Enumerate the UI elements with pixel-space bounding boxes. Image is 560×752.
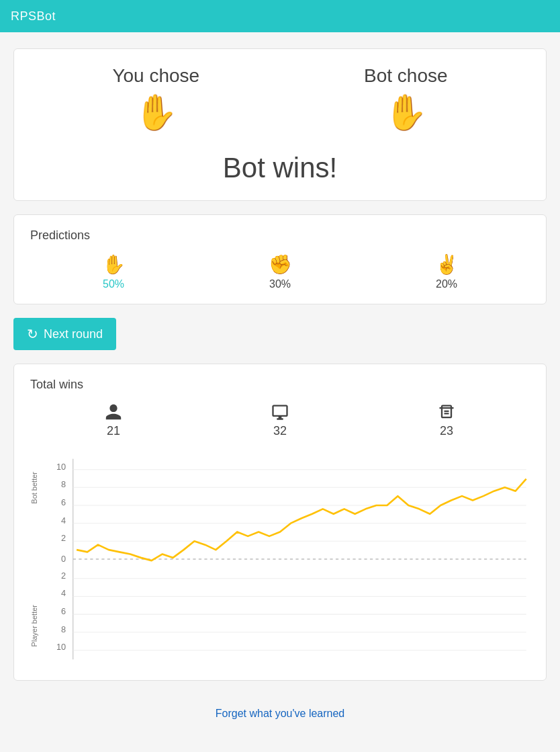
svg-text:0: 0 bbox=[61, 554, 66, 564]
win-item-player: 21 bbox=[104, 403, 123, 438]
pred-emoji-0: ✋ bbox=[102, 253, 126, 276]
bot-chose-emoji: ✋ bbox=[384, 92, 428, 133]
chart-svg: 2 4 6 8 10 0 2 4 6 8 10 bbox=[30, 452, 530, 667]
bot-chose-label: Bot chose bbox=[364, 65, 448, 87]
win-count-tie: 23 bbox=[440, 424, 453, 438]
predictions-card: Predictions ✋ 50% ✊ 30% ✌️ 20% bbox=[13, 214, 547, 304]
next-round-button[interactable]: ↻ Next round bbox=[13, 318, 116, 350]
you-chose-emoji: ✋ bbox=[134, 92, 178, 133]
bot-chose-block: Bot chose ✋ bbox=[364, 65, 448, 133]
svg-text:2: 2 bbox=[61, 571, 66, 581]
wins-row: 21 32 23 bbox=[30, 403, 530, 438]
result-card: You chose ✋ Bot chose ✋ Bot wins! bbox=[13, 48, 547, 201]
result-text: Bot wins! bbox=[223, 152, 337, 184]
pred-pct-2: 20% bbox=[436, 278, 457, 290]
app-title: RPSBot bbox=[11, 9, 56, 24]
pred-emoji-2: ✌️ bbox=[435, 253, 459, 276]
chart-line bbox=[77, 479, 526, 561]
total-wins-card: Total wins 21 32 bbox=[13, 364, 547, 681]
svg-text:10: 10 bbox=[56, 462, 66, 472]
main-content: You chose ✋ Bot chose ✋ Bot wins! Predic… bbox=[0, 32, 560, 749]
chart-container: Bot better Player better 2 4 6 8 10 0 2 … bbox=[30, 452, 530, 667]
win-count-player: 21 bbox=[107, 424, 120, 438]
prediction-item-2: ✌️ 20% bbox=[435, 253, 459, 290]
prediction-item-1: ✊ 30% bbox=[269, 253, 292, 290]
balance-icon bbox=[437, 403, 456, 421]
svg-text:6: 6 bbox=[61, 497, 66, 507]
you-chose-block: You chose ✋ bbox=[112, 65, 199, 133]
you-chose-label: You chose bbox=[112, 65, 199, 87]
svg-text:4: 4 bbox=[61, 515, 66, 526]
win-count-bot: 32 bbox=[273, 424, 287, 438]
win-item-bot: 32 bbox=[271, 403, 289, 438]
prediction-item-0: ✋ 50% bbox=[102, 253, 126, 290]
navbar: RPSBot bbox=[0, 0, 560, 32]
person-icon bbox=[104, 403, 123, 421]
next-round-label: Next round bbox=[44, 327, 103, 341]
pred-emoji-1: ✊ bbox=[269, 253, 292, 276]
svg-text:4: 4 bbox=[61, 588, 66, 598]
forget-link[interactable]: Forget what you've learned bbox=[13, 694, 547, 733]
pred-pct-0: 50% bbox=[103, 278, 124, 290]
choices-row: You chose ✋ Bot chose ✋ bbox=[30, 65, 530, 133]
win-item-tie: 23 bbox=[437, 403, 456, 438]
svg-text:8: 8 bbox=[61, 624, 66, 634]
predictions-row: ✋ 50% ✊ 30% ✌️ 20% bbox=[30, 253, 530, 290]
monitor-icon bbox=[271, 403, 289, 421]
svg-text:6: 6 bbox=[61, 606, 66, 616]
y-label-bot: Bot better bbox=[30, 472, 38, 504]
refresh-icon: ↻ bbox=[27, 326, 38, 342]
svg-text:2: 2 bbox=[61, 533, 66, 543]
svg-text:10: 10 bbox=[56, 642, 66, 652]
wins-title: Total wins bbox=[30, 378, 530, 392]
predictions-title: Predictions bbox=[30, 228, 530, 243]
svg-text:8: 8 bbox=[61, 479, 66, 489]
y-label-player: Player better bbox=[30, 605, 38, 646]
pred-pct-1: 30% bbox=[269, 278, 291, 290]
